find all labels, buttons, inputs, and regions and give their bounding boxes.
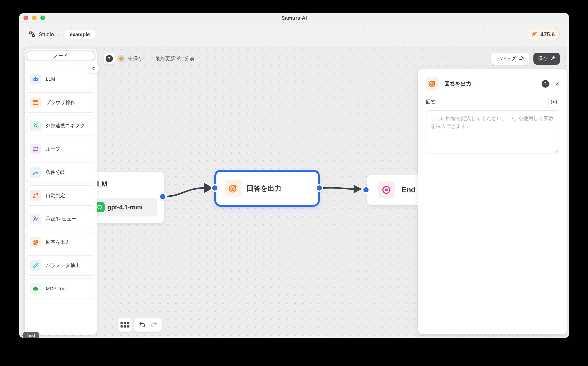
workflow-icon	[29, 31, 35, 38]
breadcrumb-current[interactable]: example	[64, 30, 96, 39]
target-icon	[30, 237, 41, 247]
sidebar-item-auto-judge[interactable]: 自動判定	[26, 185, 95, 206]
node-answer-title: 回答を出力	[247, 172, 281, 205]
sidebar-item-param-extract[interactable]: パラメータ抽出	[26, 255, 95, 276]
sidebar-item-connector[interactable]: 外部連携コネクタ	[26, 115, 95, 136]
sidebar-item-label: ブラウザ操作	[46, 99, 75, 106]
help-button[interactable]: ?	[104, 53, 115, 64]
sidebar-item-loop[interactable]: ループ	[26, 139, 95, 159]
sidebar-item-label: ループ	[46, 146, 60, 152]
credits-value: 475.6	[540, 31, 555, 38]
edge-llm-to-answer[interactable]	[163, 188, 204, 197]
sidebar-collapse-button[interactable]: «	[88, 63, 99, 73]
desktop-background: SamuraiAI Studio › example 475.6	[0, 0, 588, 366]
breadcrumb-studio[interactable]: Studio	[39, 31, 54, 38]
node-answer-output[interactable]: 回答を出力	[214, 170, 320, 207]
user-check-icon	[30, 214, 41, 224]
answer-field-row: 回答 {x}	[426, 97, 559, 107]
toolbar: Studio › example 475.6	[19, 23, 569, 46]
handle-answer-source[interactable]	[315, 184, 323, 192]
dots-grid-icon	[120, 322, 129, 328]
sidebar-item-condition[interactable]: 条件分岐	[26, 162, 95, 183]
status-indicator-icon	[118, 55, 125, 62]
debug-button-label: デバッグ	[496, 55, 516, 62]
panel-title: 回答を出力	[444, 80, 541, 87]
edge-answer-to-end[interactable]	[323, 188, 353, 189]
answer-field-label: 回答	[426, 99, 436, 105]
target-icon	[426, 77, 439, 90]
question-icon: ?	[106, 55, 113, 62]
cloud-icon	[30, 283, 41, 294]
debug-button[interactable]: デバッグ	[491, 53, 529, 65]
sidebar-item-label: パラメータ抽出	[46, 262, 80, 269]
save-status: 未保存 ・ 最終更新 約1分前	[118, 55, 194, 62]
redo-button[interactable]	[150, 321, 158, 328]
sidebar-item-answer-output[interactable]: 回答を出力	[26, 232, 95, 252]
model-chip[interactable]: gpt-4.1-mini	[93, 198, 157, 216]
save-button-label: 保存	[538, 55, 548, 62]
loop-icon	[30, 144, 41, 154]
sidebar-item-label: 自動判定	[46, 192, 65, 199]
sidebar-item-approval[interactable]: 承認/レビュー	[26, 209, 95, 229]
sparkle-icon	[531, 31, 538, 38]
sidebar-item-label: 回答を出力	[46, 239, 70, 245]
test-badge: Test	[23, 332, 39, 338]
bug-play-icon	[519, 55, 525, 62]
model-name: gpt-4.1-mini	[107, 198, 143, 216]
answer-input-wrapper	[426, 110, 559, 153]
plug-icon	[30, 120, 41, 131]
sidebar-item-label: 承認/レビュー	[46, 216, 77, 222]
status-separator: ・	[146, 56, 152, 61]
sidebar-node-list: LLM ブラウザ操作	[26, 69, 95, 302]
sidebar-item-label: 外部連携コネクタ	[46, 122, 85, 129]
properties-panel: 回答を出力 ? × 回答 {x}	[418, 69, 567, 334]
variable-insert-button[interactable]: {x}	[549, 97, 559, 107]
panel-close-button[interactable]: ×	[555, 81, 559, 87]
breadcrumb: Studio › example	[29, 23, 96, 46]
wrench-icon	[550, 55, 556, 62]
handle-answer-target[interactable]	[211, 184, 219, 192]
end-icon	[378, 182, 395, 198]
app-window: SamuraiAI Studio › example 475.6	[19, 13, 569, 338]
browser-icon	[30, 97, 41, 108]
status-updated: 最終更新 約1分前	[155, 55, 194, 62]
node-sidebar: ノード LLM	[25, 49, 97, 335]
sidebar-item-llm[interactable]: LLM	[26, 69, 95, 89]
sidebar-item-label: LLM	[46, 76, 55, 82]
grid-button[interactable]	[118, 318, 132, 332]
sidebar-header: ノード	[26, 50, 95, 61]
handle-end-target[interactable]	[362, 186, 370, 194]
history-controls	[134, 318, 162, 332]
sidebar-item-mcp-tool[interactable]: MCP Tool	[26, 279, 95, 299]
window-title: SamuraiAI	[19, 13, 569, 23]
titlebar: SamuraiAI	[19, 13, 569, 23]
sidebar-item-label: 条件分岐	[46, 169, 65, 175]
split-icon	[30, 167, 41, 178]
undo-button[interactable]	[139, 321, 146, 328]
edge-end-arrowhead-icon	[353, 184, 362, 193]
target-icon	[225, 180, 241, 197]
branch-icon	[30, 190, 41, 201]
redo-icon	[150, 321, 158, 328]
answer-textarea[interactable]	[426, 110, 559, 153]
panel-header: 回答を出力 ? ×	[426, 77, 559, 90]
panel-help-button[interactable]: ?	[541, 80, 549, 88]
undo-icon	[139, 321, 146, 328]
sidebar-item-browser[interactable]: ブラウザ操作	[26, 92, 95, 113]
robot-icon	[30, 74, 41, 84]
status-unsaved: 未保存	[128, 55, 143, 62]
save-button[interactable]: 保存	[533, 53, 560, 65]
breadcrumb-separator: ›	[57, 31, 60, 38]
credits-badge[interactable]: 475.6	[526, 29, 560, 40]
node-end-title: End	[402, 175, 415, 205]
sidebar-header-label: ノード	[27, 51, 94, 60]
pencil-icon	[30, 260, 41, 271]
handle-llm-source[interactable]	[159, 193, 167, 201]
sidebar-item-label: MCP Tool	[46, 286, 66, 291]
